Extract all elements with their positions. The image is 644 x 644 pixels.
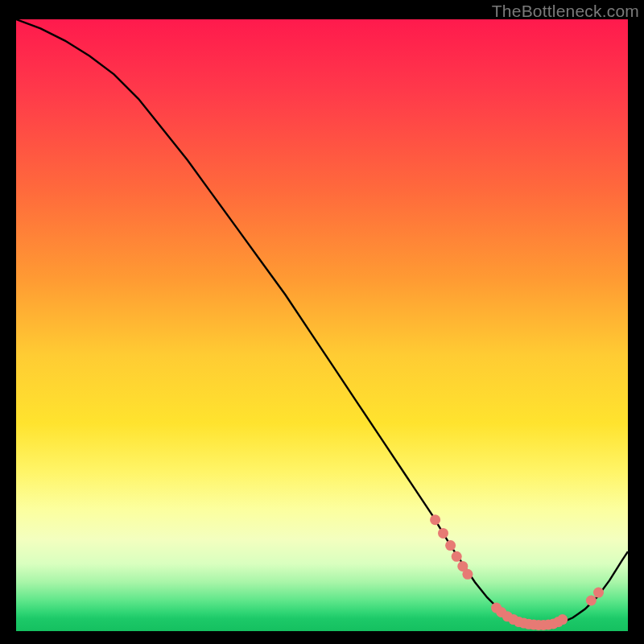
watermark-text: TheBottleneck.com [492,2,639,21]
data-points [430,514,604,630]
curve-line [16,19,628,625]
data-point [438,528,448,539]
data-point [452,551,462,562]
data-point [462,569,473,580]
data-point [557,614,568,625]
data-point [593,588,604,598]
data-point [445,540,456,551]
chart-plot-area [16,19,628,631]
chart-frame: TheBottleneck.com [0,0,644,644]
data-point [586,596,597,606]
data-point [430,514,440,525]
chart-svg [16,19,628,631]
